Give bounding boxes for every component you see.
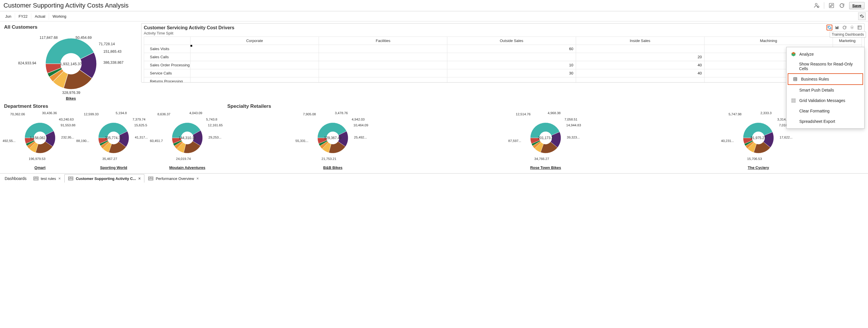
table-row[interactable]: Returns Processing xyxy=(144,77,862,83)
chart-bnb_bikes[interactable]: 7,905.083,478.764,942.0310,464.0925,492.… xyxy=(297,110,369,170)
table-row[interactable]: Sales Calls20 xyxy=(144,53,862,61)
grid-refresh-icon[interactable] xyxy=(842,25,847,30)
tab-label: Customer Supporting Activity C... xyxy=(76,176,136,181)
grid-cell[interactable] xyxy=(190,77,319,83)
save-button[interactable]: Save xyxy=(849,2,865,9)
grid-settings-icon[interactable] xyxy=(849,25,855,30)
chart-center-value: 1,932,145.37 xyxy=(60,62,82,66)
section-title-dept: Department Stores xyxy=(4,103,224,109)
grid-cell[interactable] xyxy=(190,53,319,61)
table-row[interactable]: Sales Order Processing1040 xyxy=(144,61,862,69)
pov-settings-icon[interactable] xyxy=(858,12,866,20)
row-header[interactable]: Sales Visits xyxy=(144,45,190,53)
menu-item-spreadsheet-export[interactable]: Spreadsheet Export xyxy=(786,116,864,127)
menu-item-label: Smart Push Details xyxy=(799,88,834,92)
chart-caption[interactable]: Qmart xyxy=(34,165,45,170)
grid-cell[interactable] xyxy=(447,77,576,83)
col-machining[interactable]: Machining xyxy=(704,37,833,45)
table-row[interactable]: Service Calls3040 xyxy=(144,69,862,77)
grid-subtitle: Activity Time Split xyxy=(144,31,862,35)
grid-cell[interactable] xyxy=(190,61,319,69)
grid-cell[interactable]: 60 xyxy=(447,45,576,53)
grid-cell[interactable]: 30 xyxy=(447,69,576,77)
grid-cell[interactable] xyxy=(319,77,447,83)
row-header[interactable]: Returns Processing xyxy=(144,77,190,83)
user-settings-icon[interactable] xyxy=(813,2,820,9)
title-bar: Customer Supporting Activity Costs Analy… xyxy=(0,0,868,11)
menu-item-show-reasons-for-read-only-cells[interactable]: Show Reasons for Read-Only Cells xyxy=(786,59,864,73)
refresh-icon[interactable] xyxy=(839,2,845,9)
table-row[interactable]: Sales Visits60 xyxy=(144,45,862,53)
chart-caption[interactable]: B&B Bikes xyxy=(323,165,342,170)
menu-item-analyze[interactable]: Analyze xyxy=(786,49,864,59)
grid-maximize-icon[interactable] xyxy=(857,25,863,30)
grid-cell[interactable] xyxy=(190,69,319,77)
chart-caption[interactable]: Rose Town Bikes xyxy=(530,165,561,170)
col-marketing[interactable]: Marketing xyxy=(833,37,862,45)
close-icon[interactable]: × xyxy=(138,176,141,181)
grid-cell[interactable]: 40 xyxy=(576,69,704,77)
grid-cell[interactable]: 20 xyxy=(576,53,704,61)
col-corporate[interactable]: Corporate xyxy=(190,37,319,45)
chart-caption-bikes[interactable]: Bikes xyxy=(66,96,76,101)
col-outside-sales[interactable]: Outside Sales xyxy=(447,37,576,45)
row-header[interactable]: Service Calls xyxy=(144,69,190,77)
row-header[interactable]: Sales Order Processing xyxy=(144,61,190,69)
dashboards-button[interactable]: Dashboards xyxy=(2,174,30,183)
close-icon[interactable]: × xyxy=(196,176,198,181)
pov-scenario[interactable]: Actual xyxy=(31,13,49,20)
menu-item-clear-formatting[interactable]: Clear Formatting xyxy=(786,106,864,116)
chart-center-value: 205,774.33 xyxy=(105,136,122,140)
svg-rect-12 xyxy=(34,179,38,180)
grid-icon xyxy=(790,98,796,103)
col-inside-sales[interactable]: Inside Sales xyxy=(576,37,704,45)
footer-tab[interactable]: Customer Supporting Activity C...× xyxy=(64,174,144,183)
all-customers-section: All Customers 824,933.94 328,976.39 386,… xyxy=(3,23,138,101)
svg-text:×÷: ×÷ xyxy=(794,79,796,81)
grid-cell[interactable] xyxy=(576,45,704,53)
pov-version[interactable]: Working xyxy=(49,13,69,20)
grid-title: Customer Servicing Activity Cost Drivers xyxy=(144,25,862,30)
grid-cell[interactable] xyxy=(576,77,704,83)
grid-cell[interactable] xyxy=(319,53,447,61)
grid-cell[interactable]: 10 xyxy=(447,61,576,69)
chart-sporting_world[interactable]: 12,599.335,194.87,379.7415,625.541,317..… xyxy=(78,110,150,170)
pov-period[interactable]: Jun xyxy=(2,13,15,20)
footer-tab[interactable]: test rules× xyxy=(30,174,65,183)
grid-actions-icon[interactable] xyxy=(827,25,832,30)
dashboard-tab-icon xyxy=(148,176,153,181)
close-icon[interactable]: × xyxy=(58,176,61,181)
chart-the_cyclery[interactable]: 5,747.982,333.33,314.917,018.4217,622...… xyxy=(722,110,795,170)
dashboard-body: All Customers 824,933.94 328,976.39 386,… xyxy=(0,22,868,173)
chart-caption[interactable]: Sporting World xyxy=(100,165,127,170)
col-facilities[interactable]: Facilities xyxy=(319,37,447,45)
chart-rose_town_bikes[interactable]: 12,514.764,968.387,058.5114,944.8339,323… xyxy=(509,110,582,170)
grid-cell[interactable] xyxy=(319,45,447,53)
grid-save-icon[interactable] xyxy=(834,25,840,30)
grid-cell[interactable] xyxy=(447,53,576,61)
chart-caption[interactable]: Moutain Adventures xyxy=(169,165,205,170)
grid-table[interactable]: Corporate Facilities Outside Sales Insid… xyxy=(144,36,862,82)
footer-tab[interactable]: Performance Overview× xyxy=(144,174,203,183)
blank-icon xyxy=(790,119,796,124)
grid-cell[interactable]: 40 xyxy=(576,61,704,69)
chart-qmart[interactable]: 70,362.0630,436.3643,240.6391,553.88232,… xyxy=(4,110,76,170)
chart-caption[interactable]: The Cyclery xyxy=(748,165,769,170)
edit-icon[interactable] xyxy=(828,2,835,9)
row-header[interactable]: Sales Calls xyxy=(144,53,190,61)
bottom-section: Department Stores 70,362.0630,436.3643,2… xyxy=(3,102,865,170)
grid-cell[interactable] xyxy=(319,61,447,69)
pov-year[interactable]: FY22 xyxy=(15,13,31,20)
grid-cell[interactable] xyxy=(319,69,447,77)
chart-center-value: 91,975.27 xyxy=(751,136,766,140)
menu-item-smart-push-details[interactable]: Smart Push Details xyxy=(786,85,864,95)
grid-cell[interactable] xyxy=(190,45,319,53)
chart-mountain_adventures[interactable]: 8,636.374,043.095,743.812,161.6529,253..… xyxy=(151,110,223,170)
footer-tabs: Dashboards test rules×Customer Supportin… xyxy=(0,173,868,183)
menu-item-grid-validation-messages[interactable]: Grid Validation Messages xyxy=(786,95,864,106)
menu-item-business-rules[interactable]: +−×÷Business Rules xyxy=(788,73,863,85)
chart-all-customers[interactable]: 824,933.94 328,976.39 386,338.867 151,86… xyxy=(3,31,138,101)
chart-center-value: 144,310.18 xyxy=(179,136,196,140)
svg-rect-16 xyxy=(69,179,73,180)
svg-rect-19 xyxy=(151,177,153,178)
